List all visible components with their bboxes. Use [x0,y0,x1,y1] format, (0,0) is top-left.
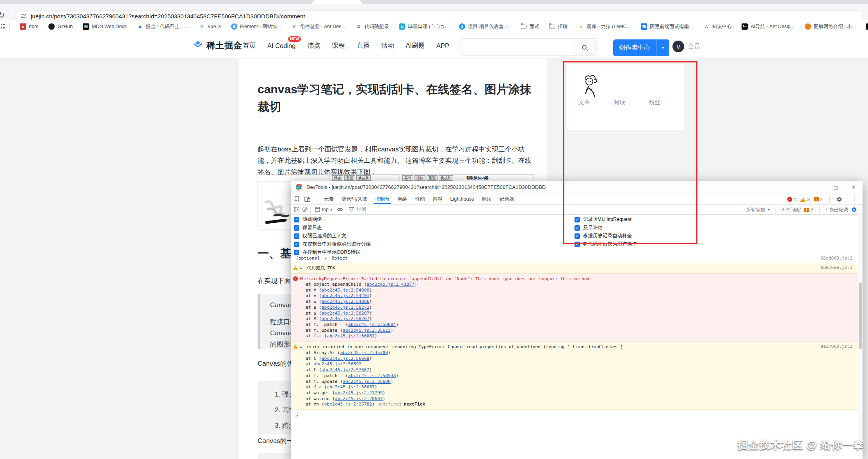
demo-button[interactable]: 换皮肤 [356,175,371,181]
devtools-tab[interactable]: 性能 [411,194,429,204]
devtools-tab[interactable]: 内存 [429,194,446,204]
object-preview[interactable]: Object [332,256,348,261]
source-link[interactable]: abc2c45.js:2:58538 [348,373,396,378]
nav-item[interactable]: 首页 [243,41,256,50]
search-button[interactable] [573,41,596,53]
demo-button[interactable]: 重置 [344,175,355,181]
issues-icon[interactable]: ! [804,208,809,212]
inspect-icon[interactable] [295,196,301,202]
devtools-tab[interactable]: 网络 [393,194,411,204]
source-link[interactable]: abc2c45.js:2:28683 [335,396,382,401]
live-expression-eye-icon[interactable] [337,207,343,212]
bookmark-item[interactable]: f. Frontend Develop... [866,23,868,30]
expand-arrow-icon[interactable]: ▶ [300,345,302,349]
devtools-tab[interactable]: Lighthouse [446,194,478,204]
source-link[interactable]: 68e10ae.js:3 [820,265,852,270]
bookmark-item[interactable]: E Element - 网站快... [231,23,281,30]
minimize-button[interactable]: — [809,181,827,194]
bookmark-item[interactable]: 面试 [521,23,539,30]
demo-button[interactable]: 涂抹 [414,175,425,181]
checkbox-checked-icon[interactable]: ✓ [575,233,580,239]
source-link[interactable]: abc2c45.js:2:58207 [322,316,369,321]
source-link[interactable]: abc2c45.js:2:27799 [335,390,382,395]
source-link[interactable]: abc2c45.js:2:58272 [322,305,369,310]
console-setting[interactable]: ✓ 根据历史记录自动补全 [575,232,637,240]
bookmark-item[interactable]: GitHub [48,23,73,30]
bookmark-item[interactable]: 招聘 [549,23,567,30]
console-warning-block[interactable]: ▶ error occurred in vue component render… [291,342,858,410]
devtools-tab[interactable]: 控制台 [371,194,394,204]
nav-item[interactable]: 直播 [356,41,369,50]
bookmark-item[interactable]: 图解网络介绍 | 小... [805,23,856,30]
source-link[interactable]: abc2c45.js:2:56892 [313,361,361,366]
stat-label[interactable]: 粉丝 [637,99,672,106]
stat-label[interactable]: 文章 [567,99,602,106]
bookmark-item[interactable]: V Vue.js [199,23,221,30]
device-toolbar-icon[interactable] [304,196,310,202]
console-settings-gear-icon[interactable] [851,207,857,213]
juejin-logo[interactable]: 稀土掘金 [193,40,242,52]
console-sidebar-icon[interactable] [294,207,299,212]
source-link[interactable]: abc2c45.js:2:26782 [324,402,372,407]
settings-gear-icon[interactable] [836,196,842,202]
context-selector[interactable]: top ▾ [315,207,332,212]
console-setting[interactable]: ✓ 将代码评估视为用户操作 [575,240,637,248]
source-link[interactable]: abc2c45.js:2:54886 [322,299,369,304]
source-link[interactable]: abc2c45.js:2:35606 [343,379,390,384]
console-error-block[interactable]: × HierarchyRequestError: Failed to execu… [291,274,858,342]
source-link[interactable]: abc2c45.js:2:66087 [327,384,374,390]
nav-item[interactable]: 沸点 [307,41,320,50]
source-link[interactable]: abc2c45.js:2:57367 [322,367,369,372]
bookmark-item[interactable]: tv 哔哩哔哩 ( ´- ´)つ... [399,23,448,30]
bookmark-item[interactable]: 知 阿里前端面试指南... [641,23,693,30]
console-prompt[interactable]: > [291,410,858,418]
devtools-scrollbar[interactable] [858,205,863,459]
source-link[interactable]: abc2c45.js:2:66087 [327,333,374,338]
devtools-titlebar[interactable]: DevTools - juejin.cn/post/73030437766279… [291,181,863,194]
maximize-button[interactable]: □ [827,181,845,194]
warning-count-icon[interactable] [800,197,806,202]
site-settings-icon[interactable] [21,14,27,18]
close-button[interactable]: × [845,181,863,194]
devtools-tab[interactable]: 应用 [478,194,496,204]
bookmark-item[interactable]: < 题库 - 力扣 (LeetC... [578,23,631,30]
console-setting[interactable]: ✓ 记录 XMLHttpRequest [575,215,637,224]
source-link[interactable]: abc2c45.js:2:54800 [322,288,369,293]
filter-input[interactable]: 过滤 [357,206,366,213]
checkbox-checked-icon[interactable]: ✓ [575,225,580,231]
creator-center-button[interactable]: 创作者中心 ▾ [613,39,669,56]
nav-item[interactable]: 课程 [332,41,345,50]
demo-button[interactable]: 换皮肤 [439,175,453,181]
stat-label[interactable]: 阅读 [602,99,637,106]
search-input[interactable] [461,38,598,56]
kebab-menu-icon[interactable]: ⋮ [851,195,857,202]
console-warning-row[interactable]: ▶ 使用兜底 TDK 68e10ae.js:3 [291,263,858,274]
devtools-tab[interactable]: 记录器 [496,194,518,204]
checkbox-checked-icon[interactable]: ✓ [575,242,580,247]
checkbox-checked-icon[interactable]: ✓ [294,225,299,231]
bookmark-item[interactable]: ∴ 知识中心 [703,23,731,30]
source-link[interactable]: abc2c45.js:2:41877 [366,282,414,287]
chevron-down-icon[interactable]: ▾ [656,39,669,56]
checkbox-checked-icon[interactable]: ✓ [294,242,299,247]
devtools-tab[interactable]: 元素 [320,194,338,204]
console-log-row[interactable]: [options] ▶ Object 68cd863.js:2 [291,254,858,263]
bookmark-item[interactable]: ◆ 掘金 - 代码不止，... [137,23,189,30]
source-link[interactable]: abc2c45.js:2:54491 [322,293,369,298]
log-levels-dropdown[interactable]: 所有级别 [746,206,765,213]
source-link[interactable]: 8e37060.js:2 [820,344,852,349]
bookmark-item[interactable]: Pro AI导航 - Ant Desig... [742,23,795,30]
source-link[interactable]: abc2c45.js:2:35623 [343,328,390,333]
console-setting[interactable]: ✓ 保留日志 [294,224,371,232]
checkbox-checked-icon[interactable]: ✓ [294,217,299,222]
nav-item[interactable]: AI Coding NEW [267,42,295,50]
console-setting[interactable]: ✓ 仅限已选择的上下文 [294,232,371,240]
bookmark-item[interactable]: M MDN Web Docs [83,23,126,30]
reload-icon[interactable]: ↻ [0,10,5,20]
demo-button[interactable]: 重置 [427,175,438,181]
browser-tab[interactable] [312,0,362,4]
source-link[interactable]: abc2c45.js:2:45300 [340,350,388,355]
member-entry[interactable]: V 会员 [672,41,700,52]
bookmark-item[interactable]: G 项目-项目仪表盘 -... [459,23,511,30]
url-text[interactable]: juejin.cn/post/7303043776627900431?searc… [31,13,305,20]
